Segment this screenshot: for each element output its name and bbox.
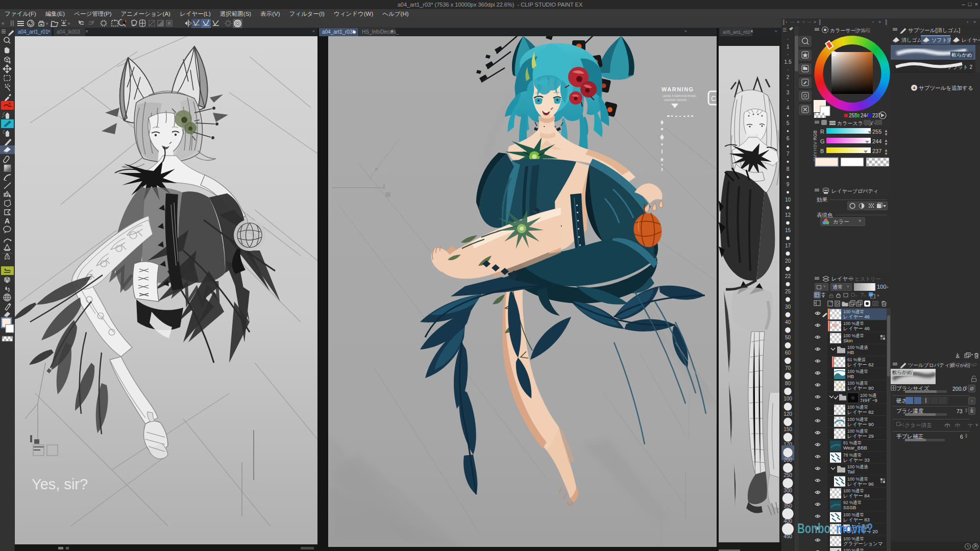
svg-text:2: 2 [787, 74, 790, 80]
svg-text:10: 10 [785, 197, 791, 203]
svg-text:244: 244 [872, 138, 881, 144]
svg-text:150: 150 [783, 427, 792, 432]
svg-text:70: 70 [785, 365, 791, 371]
svg-text:レイヤー 96: レイヤー 96 [847, 481, 874, 487]
svg-text:WARNING: WARNING [662, 86, 694, 92]
svg-text:4: 4 [787, 105, 790, 111]
svg-text:5: 5 [787, 120, 790, 126]
svg-text:LEVEL 5 SERVICE PANEL: LEVEL 5 SERVICE PANEL [663, 94, 696, 97]
svg-text:グラデーションマ: グラデーションマ [843, 541, 883, 546]
svg-text:«: « [2, 20, 5, 26]
svg-text:レイヤー 46: レイヤー 46 [843, 325, 870, 331]
svg-text:HB: HB [847, 349, 854, 355]
svg-text:1: 1 [787, 44, 790, 49]
svg-text:17: 17 [785, 243, 791, 248]
svg-text:9: 9 [787, 182, 790, 187]
svg-text:15: 15 [785, 228, 791, 233]
svg-text:B: B [820, 148, 824, 154]
svg-text:レイヤー 62: レイヤー 62 [847, 362, 874, 367]
svg-text:˅: ˅ [68, 22, 70, 26]
svg-text:SSSB: SSSB [843, 505, 856, 510]
svg-text:40: 40 [785, 319, 791, 325]
svg-text:▼: ▼ [884, 132, 888, 137]
svg-text:HB: HB [847, 373, 854, 379]
svg-text:8: 8 [787, 166, 790, 172]
svg-text:80: 80 [785, 381, 791, 386]
svg-text:Wear_BBB: Wear_BBB [843, 445, 867, 450]
svg-text:レイヤー 84: レイヤー 84 [843, 493, 870, 498]
svg-text:200: 200 [783, 457, 792, 463]
svg-text:237: 237 [872, 148, 881, 154]
svg-text:255: 255 [872, 129, 881, 135]
svg-text:Tail: Tail [847, 469, 854, 474]
svg-text:6: 6 [787, 136, 790, 141]
svg-text:50: 50 [785, 335, 791, 340]
svg-text:60: 60 [785, 350, 791, 356]
svg-text:ﾌｫﾙﾀﾞｰ9: ﾌｫﾙﾀﾞｰ9 [860, 397, 877, 403]
svg-text:115/200V 40HZ30: 115/200V 40HZ30 [664, 98, 687, 102]
svg-text:350: 350 [783, 503, 792, 509]
svg-text:250: 250 [783, 472, 792, 478]
svg-text:12: 12 [785, 212, 791, 218]
svg-text:Skin: Skin [843, 338, 852, 343]
svg-text:100: 100 [783, 396, 792, 402]
svg-text:Yes, sir?: Yes, sir? [32, 476, 88, 492]
svg-text:1.5: 1.5 [785, 59, 792, 65]
svg-text:レイヤー 29: レイヤー 29 [847, 433, 874, 439]
svg-text:120: 120 [783, 411, 792, 417]
svg-text:▼: ▼ [884, 152, 888, 156]
svg-text:3: 3 [787, 90, 790, 95]
svg-text:G: G [820, 138, 825, 144]
svg-text:RGB: RGB [813, 130, 818, 140]
svg-text:20: 20 [785, 258, 791, 264]
svg-text:HSV: HSV [813, 141, 818, 151]
svg-text:レイヤー 46: レイヤー 46 [843, 314, 870, 319]
svg-text:7: 7 [787, 151, 790, 157]
svg-text:˅: ˅ [46, 22, 48, 26]
svg-text:100 %通常: 100 %通常 [843, 548, 864, 551]
svg-text:400: 400 [783, 518, 792, 524]
svg-text:R: R [820, 129, 824, 135]
svg-text:レイヤー 33: レイヤー 33 [843, 457, 870, 463]
svg-text:A: A [5, 217, 10, 225]
svg-text:▼: ▼ [884, 142, 888, 146]
svg-text:450: 450 [783, 534, 792, 539]
svg-text:30: 30 [785, 304, 791, 310]
svg-text:レイヤー 82: レイヤー 82 [847, 409, 874, 415]
svg-text:レイヤー 80: レイヤー 80 [847, 385, 874, 391]
svg-text:300: 300 [783, 488, 792, 493]
svg-text:レイヤー 90: レイヤー 90 [847, 421, 874, 427]
svg-text:22: 22 [785, 273, 791, 279]
svg-text:25: 25 [785, 289, 791, 294]
svg-text:C: C [711, 94, 716, 103]
